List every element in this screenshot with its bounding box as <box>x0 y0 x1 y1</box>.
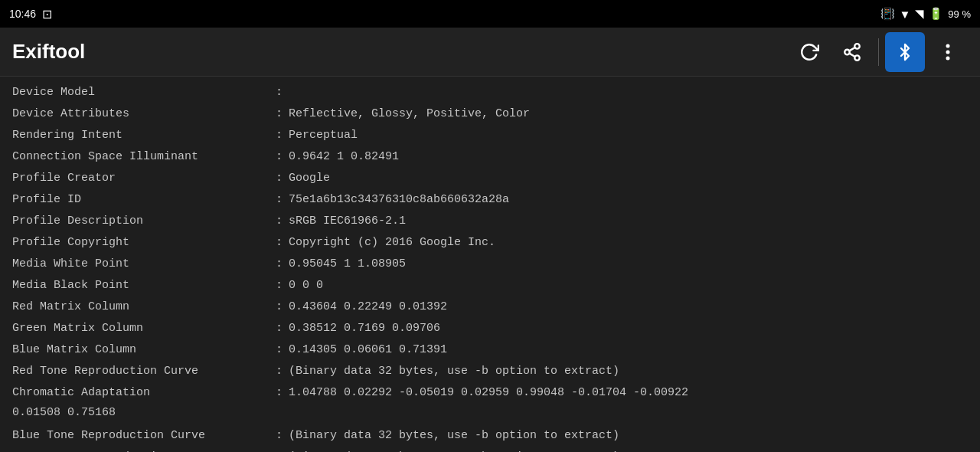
toolbar-actions <box>789 32 968 72</box>
field-sep-rendering-intent: : <box>273 126 289 146</box>
table-row: Media White Point : 0.95045 1 1.08905 <box>12 254 968 276</box>
field-value-rendering-intent: Perceptual <box>289 126 968 146</box>
field-value-profile-description: sRGB IEC61966-2.1 <box>289 211 968 232</box>
field-name-green-tone-reproduction-curve: Green Tone Reproduction Curve <box>12 447 273 452</box>
table-row: Profile Creator : Google <box>12 169 968 190</box>
field-sep-device-attributes: : <box>273 104 289 125</box>
field-value-blue-matrix-column: 0.14305 0.06061 0.71391 <box>289 340 968 361</box>
field-name-profile-id: Profile ID <box>12 190 273 211</box>
field-value-profile-creator: Google <box>289 169 968 189</box>
table-row: Green Tone Reproduction Curve : (Binary … <box>12 447 968 452</box>
vibrate-icon: 📳 <box>880 7 895 21</box>
field-value-profile-copyright: Copyright (c) 2016 Google Inc. <box>289 233 968 254</box>
field-name-profile-description: Profile Description <box>12 211 273 232</box>
field-value-device-attributes: Reflective, Glossy, Positive, Color <box>289 104 968 125</box>
signal-icon: ◥ <box>915 7 924 21</box>
table-row-continuation: 0.01508 0.75168 <box>12 405 968 426</box>
field-continuation-chromatic-adaptation: 0.01508 0.75168 <box>12 405 116 424</box>
time-display: 10:46 <box>9 8 36 20</box>
field-value-blue-tone-reproduction-curve: (Binary data 32 bytes, use -b option to … <box>289 426 968 447</box>
field-sep-media-white-point: : <box>273 254 289 275</box>
table-row: Chromatic Adaptation : 1.04788 0.02292 -… <box>12 383 968 405</box>
field-sep-red-matrix-column: : <box>273 297 289 318</box>
field-name-media-black-point: Media Black Point <box>12 276 273 296</box>
table-row: Red Matrix Column : 0.43604 0.22249 0.01… <box>12 297 968 319</box>
table-row: Red Tone Reproduction Curve : (Binary da… <box>12 362 968 383</box>
field-name-blue-tone-reproduction-curve: Blue Tone Reproduction Curve <box>12 426 273 447</box>
field-name-media-white-point: Media White Point <box>12 254 273 275</box>
field-value-green-matrix-column: 0.38512 0.7169 0.09706 <box>289 319 968 339</box>
data-table: Device Model : Device Attributes : Refle… <box>0 83 980 452</box>
field-value-red-matrix-column: 0.43604 0.22249 0.01392 <box>289 297 968 318</box>
field-name-rendering-intent: Rendering Intent <box>12 126 273 146</box>
field-name-blue-matrix-column: Blue Matrix Column <box>12 340 273 361</box>
battery-level: 99 % <box>948 8 971 20</box>
field-sep-profile-copyright: : <box>273 233 289 254</box>
field-sep-green-matrix-column: : <box>273 319 289 339</box>
field-value-green-tone-reproduction-curve: (Binary data 32 bytes, use -b option to … <box>289 447 968 452</box>
field-value-profile-id: 75e1a6b13c34376310c8ab660632a28a <box>289 190 968 211</box>
field-value-red-tone-reproduction-curve: (Binary data 32 bytes, use -b option to … <box>289 362 968 382</box>
field-name-device-model: Device Model <box>12 83 273 103</box>
field-value-connection-space-illuminant: 0.9642 1 0.82491 <box>289 147 968 168</box>
refresh-button[interactable] <box>789 32 829 72</box>
more-icon <box>946 43 950 61</box>
field-value-chromatic-adaptation: 1.04788 0.02292 -0.05019 0.02959 0.99048… <box>289 383 968 404</box>
table-row: Profile ID : 75e1a6b13c34376310c8ab66063… <box>12 190 968 211</box>
field-sep-profile-description: : <box>273 211 289 232</box>
top-bar: Exiftool <box>0 28 980 77</box>
share-icon <box>842 42 862 62</box>
share-button[interactable] <box>832 32 872 72</box>
field-value-device-model <box>289 83 968 86</box>
content-area[interactable]: Device Model : Device Attributes : Refle… <box>0 77 980 452</box>
table-row: Blue Tone Reproduction Curve : (Binary d… <box>12 426 968 447</box>
field-name-green-matrix-column: Green Matrix Column <box>12 319 273 339</box>
field-sep-profile-creator: : <box>273 169 289 189</box>
field-sep-media-black-point: : <box>273 276 289 296</box>
svg-point-5 <box>946 44 950 47</box>
table-row: Connection Space Illuminant : 0.9642 1 0… <box>12 147 968 169</box>
field-sep-blue-matrix-column: : <box>273 340 289 361</box>
app-title: Exiftool <box>12 40 789 64</box>
battery-icon: 🔋 <box>929 7 943 21</box>
toolbar-divider <box>878 38 879 66</box>
svg-line-4 <box>849 47 854 51</box>
table-row: Green Matrix Column : 0.38512 0.7169 0.0… <box>12 319 968 340</box>
field-name-connection-space-illuminant: Connection Space Illuminant <box>12 147 273 168</box>
more-button[interactable] <box>928 32 968 72</box>
field-sep-green-tone-reproduction-curve: : <box>273 447 289 452</box>
field-sep-profile-id: : <box>273 190 289 211</box>
field-name-red-matrix-column: Red Matrix Column <box>12 297 273 318</box>
field-name-profile-creator: Profile Creator <box>12 169 273 189</box>
status-bar: 10:46 ⊡ 📳 ▼ ◥ 🔋 99 % <box>0 0 980 28</box>
field-name-profile-copyright: Profile Copyright <box>12 233 273 254</box>
field-sep-connection-space-illuminant: : <box>273 147 289 168</box>
svg-point-7 <box>946 56 950 60</box>
svg-point-6 <box>946 50 950 54</box>
status-right: 📳 ▼ ◥ 🔋 99 % <box>880 7 972 21</box>
bluetooth-icon <box>897 42 913 62</box>
table-row: Profile Copyright : Copyright (c) 2016 G… <box>12 233 968 254</box>
table-row: Device Attributes : Reflective, Glossy, … <box>12 104 968 126</box>
bluetooth-button[interactable] <box>885 32 925 72</box>
screenshot-icon: ⊡ <box>42 7 52 21</box>
refresh-icon <box>799 42 819 62</box>
table-row: Device Model : <box>12 83 968 104</box>
field-name-red-tone-reproduction-curve: Red Tone Reproduction Curve <box>12 362 273 382</box>
field-name-device-attributes: Device Attributes <box>12 104 273 125</box>
status-left: 10:46 ⊡ <box>9 7 52 21</box>
field-name-chromatic-adaptation: Chromatic Adaptation <box>12 383 273 404</box>
field-sep-chromatic-adaptation: : <box>273 383 289 404</box>
field-sep-red-tone-reproduction-curve: : <box>273 362 289 382</box>
table-row: Media Black Point : 0 0 0 <box>12 276 968 297</box>
table-row: Blue Matrix Column : 0.14305 0.06061 0.7… <box>12 340 968 362</box>
table-row: Rendering Intent : Perceptual <box>12 126 968 147</box>
field-sep-blue-tone-reproduction-curve: : <box>273 426 289 447</box>
field-value-media-black-point: 0 0 0 <box>289 276 968 296</box>
svg-line-3 <box>849 53 854 56</box>
table-row: Profile Description : sRGB IEC61966-2.1 <box>12 211 968 233</box>
wifi-icon: ▼ <box>900 8 911 21</box>
field-sep-device-model: : <box>273 83 289 103</box>
field-value-media-white-point: 0.95045 1 1.08905 <box>289 254 968 275</box>
